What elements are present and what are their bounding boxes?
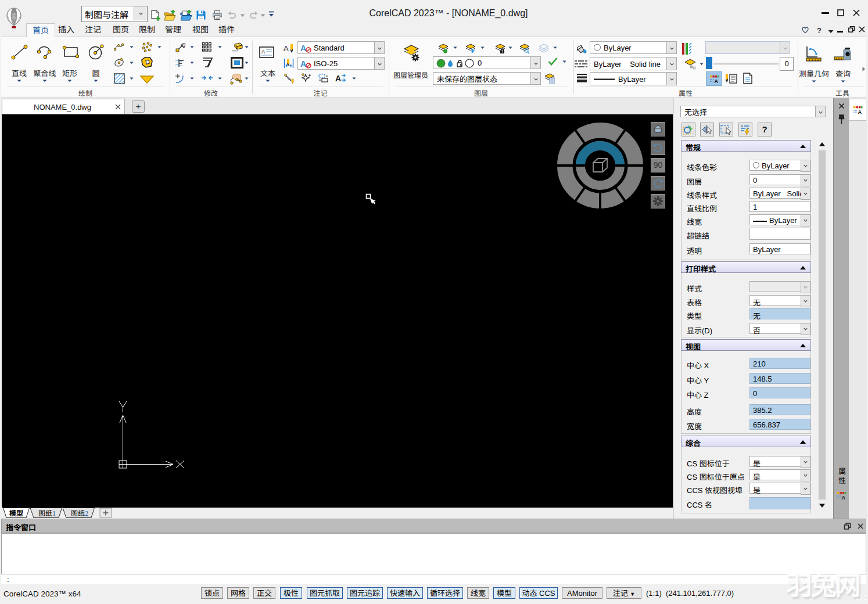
svg-text:图纸1: 图纸1 <box>38 508 56 517</box>
svg-text:A: A <box>842 495 846 501</box>
svg-text:A: A <box>300 44 306 53</box>
svg-text:A: A <box>335 74 341 83</box>
svg-text:A: A <box>261 49 265 55</box>
svg-text:模型: 模型 <box>9 508 23 517</box>
svg-text:A: A <box>715 78 719 84</box>
svg-text:图纸2: 图纸2 <box>71 508 88 517</box>
svg-text:A: A <box>858 109 862 115</box>
svg-text:A: A <box>300 59 306 69</box>
svg-text:A: A <box>284 44 289 53</box>
